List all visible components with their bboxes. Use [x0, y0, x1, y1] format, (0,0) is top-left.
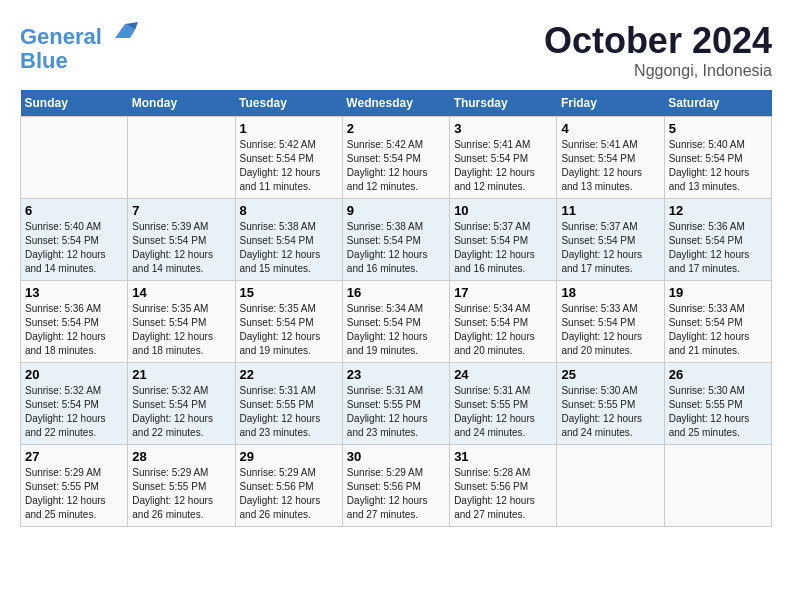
day-number: 27 [25, 449, 123, 464]
week-row-4: 20Sunrise: 5:32 AM Sunset: 5:54 PM Dayli… [21, 363, 772, 445]
day-number: 1 [240, 121, 338, 136]
page-header: General Blue October 2024 Nggongi, Indon… [20, 20, 772, 80]
day-number: 6 [25, 203, 123, 218]
week-row-2: 6Sunrise: 5:40 AM Sunset: 5:54 PM Daylig… [21, 199, 772, 281]
table-cell: 8Sunrise: 5:38 AM Sunset: 5:54 PM Daylig… [235, 199, 342, 281]
day-info: Sunrise: 5:29 AM Sunset: 5:56 PM Dayligh… [240, 466, 338, 522]
week-row-5: 27Sunrise: 5:29 AM Sunset: 5:55 PM Dayli… [21, 445, 772, 527]
table-cell [128, 117, 235, 199]
table-cell: 22Sunrise: 5:31 AM Sunset: 5:55 PM Dayli… [235, 363, 342, 445]
day-number: 22 [240, 367, 338, 382]
day-number: 26 [669, 367, 767, 382]
day-info: Sunrise: 5:29 AM Sunset: 5:55 PM Dayligh… [25, 466, 123, 522]
table-cell: 7Sunrise: 5:39 AM Sunset: 5:54 PM Daylig… [128, 199, 235, 281]
table-cell: 9Sunrise: 5:38 AM Sunset: 5:54 PM Daylig… [342, 199, 449, 281]
day-info: Sunrise: 5:33 AM Sunset: 5:54 PM Dayligh… [561, 302, 659, 358]
day-info: Sunrise: 5:31 AM Sunset: 5:55 PM Dayligh… [347, 384, 445, 440]
day-info: Sunrise: 5:37 AM Sunset: 5:54 PM Dayligh… [454, 220, 552, 276]
day-number: 16 [347, 285, 445, 300]
header-friday: Friday [557, 90, 664, 117]
title-section: October 2024 Nggongi, Indonesia [544, 20, 772, 80]
day-info: Sunrise: 5:42 AM Sunset: 5:54 PM Dayligh… [240, 138, 338, 194]
day-number: 17 [454, 285, 552, 300]
day-number: 13 [25, 285, 123, 300]
day-number: 25 [561, 367, 659, 382]
day-number: 12 [669, 203, 767, 218]
table-cell [664, 445, 771, 527]
day-info: Sunrise: 5:36 AM Sunset: 5:54 PM Dayligh… [25, 302, 123, 358]
day-number: 18 [561, 285, 659, 300]
table-cell: 27Sunrise: 5:29 AM Sunset: 5:55 PM Dayli… [21, 445, 128, 527]
day-number: 24 [454, 367, 552, 382]
day-number: 3 [454, 121, 552, 136]
table-cell: 26Sunrise: 5:30 AM Sunset: 5:55 PM Dayli… [664, 363, 771, 445]
day-number: 19 [669, 285, 767, 300]
day-number: 8 [240, 203, 338, 218]
table-cell: 16Sunrise: 5:34 AM Sunset: 5:54 PM Dayli… [342, 281, 449, 363]
table-cell: 2Sunrise: 5:42 AM Sunset: 5:54 PM Daylig… [342, 117, 449, 199]
day-info: Sunrise: 5:32 AM Sunset: 5:54 PM Dayligh… [132, 384, 230, 440]
month-title: October 2024 [544, 20, 772, 62]
day-info: Sunrise: 5:35 AM Sunset: 5:54 PM Dayligh… [240, 302, 338, 358]
day-number: 5 [669, 121, 767, 136]
day-number: 20 [25, 367, 123, 382]
day-number: 10 [454, 203, 552, 218]
day-number: 28 [132, 449, 230, 464]
day-info: Sunrise: 5:35 AM Sunset: 5:54 PM Dayligh… [132, 302, 230, 358]
day-number: 9 [347, 203, 445, 218]
day-info: Sunrise: 5:38 AM Sunset: 5:54 PM Dayligh… [347, 220, 445, 276]
day-info: Sunrise: 5:40 AM Sunset: 5:54 PM Dayligh… [25, 220, 123, 276]
day-info: Sunrise: 5:40 AM Sunset: 5:54 PM Dayligh… [669, 138, 767, 194]
table-cell: 14Sunrise: 5:35 AM Sunset: 5:54 PM Dayli… [128, 281, 235, 363]
day-info: Sunrise: 5:32 AM Sunset: 5:54 PM Dayligh… [25, 384, 123, 440]
header-tuesday: Tuesday [235, 90, 342, 117]
day-info: Sunrise: 5:33 AM Sunset: 5:54 PM Dayligh… [669, 302, 767, 358]
day-info: Sunrise: 5:30 AM Sunset: 5:55 PM Dayligh… [561, 384, 659, 440]
table-cell: 30Sunrise: 5:29 AM Sunset: 5:56 PM Dayli… [342, 445, 449, 527]
day-number: 30 [347, 449, 445, 464]
week-row-1: 1Sunrise: 5:42 AM Sunset: 5:54 PM Daylig… [21, 117, 772, 199]
table-cell: 12Sunrise: 5:36 AM Sunset: 5:54 PM Dayli… [664, 199, 771, 281]
table-cell: 18Sunrise: 5:33 AM Sunset: 5:54 PM Dayli… [557, 281, 664, 363]
day-number: 21 [132, 367, 230, 382]
day-number: 29 [240, 449, 338, 464]
day-info: Sunrise: 5:41 AM Sunset: 5:54 PM Dayligh… [454, 138, 552, 194]
location-subtitle: Nggongi, Indonesia [544, 62, 772, 80]
day-number: 15 [240, 285, 338, 300]
table-cell: 13Sunrise: 5:36 AM Sunset: 5:54 PM Dayli… [21, 281, 128, 363]
day-info: Sunrise: 5:39 AM Sunset: 5:54 PM Dayligh… [132, 220, 230, 276]
header-wednesday: Wednesday [342, 90, 449, 117]
day-info: Sunrise: 5:34 AM Sunset: 5:54 PM Dayligh… [454, 302, 552, 358]
day-info: Sunrise: 5:30 AM Sunset: 5:55 PM Dayligh… [669, 384, 767, 440]
table-cell: 11Sunrise: 5:37 AM Sunset: 5:54 PM Dayli… [557, 199, 664, 281]
week-row-3: 13Sunrise: 5:36 AM Sunset: 5:54 PM Dayli… [21, 281, 772, 363]
day-info: Sunrise: 5:36 AM Sunset: 5:54 PM Dayligh… [669, 220, 767, 276]
table-cell [21, 117, 128, 199]
table-cell: 29Sunrise: 5:29 AM Sunset: 5:56 PM Dayli… [235, 445, 342, 527]
day-number: 23 [347, 367, 445, 382]
day-info: Sunrise: 5:29 AM Sunset: 5:56 PM Dayligh… [347, 466, 445, 522]
header-saturday: Saturday [664, 90, 771, 117]
table-cell: 23Sunrise: 5:31 AM Sunset: 5:55 PM Dayli… [342, 363, 449, 445]
table-cell: 24Sunrise: 5:31 AM Sunset: 5:55 PM Dayli… [450, 363, 557, 445]
day-number: 31 [454, 449, 552, 464]
table-cell [557, 445, 664, 527]
day-info: Sunrise: 5:41 AM Sunset: 5:54 PM Dayligh… [561, 138, 659, 194]
day-number: 14 [132, 285, 230, 300]
table-cell: 28Sunrise: 5:29 AM Sunset: 5:55 PM Dayli… [128, 445, 235, 527]
day-number: 2 [347, 121, 445, 136]
day-info: Sunrise: 5:38 AM Sunset: 5:54 PM Dayligh… [240, 220, 338, 276]
table-cell: 6Sunrise: 5:40 AM Sunset: 5:54 PM Daylig… [21, 199, 128, 281]
header-thursday: Thursday [450, 90, 557, 117]
table-cell: 1Sunrise: 5:42 AM Sunset: 5:54 PM Daylig… [235, 117, 342, 199]
table-cell: 10Sunrise: 5:37 AM Sunset: 5:54 PM Dayli… [450, 199, 557, 281]
table-cell: 25Sunrise: 5:30 AM Sunset: 5:55 PM Dayli… [557, 363, 664, 445]
calendar-table: SundayMondayTuesdayWednesdayThursdayFrid… [20, 90, 772, 527]
table-cell: 5Sunrise: 5:40 AM Sunset: 5:54 PM Daylig… [664, 117, 771, 199]
day-info: Sunrise: 5:31 AM Sunset: 5:55 PM Dayligh… [454, 384, 552, 440]
table-cell: 20Sunrise: 5:32 AM Sunset: 5:54 PM Dayli… [21, 363, 128, 445]
day-info: Sunrise: 5:29 AM Sunset: 5:55 PM Dayligh… [132, 466, 230, 522]
table-cell: 31Sunrise: 5:28 AM Sunset: 5:56 PM Dayli… [450, 445, 557, 527]
table-cell: 17Sunrise: 5:34 AM Sunset: 5:54 PM Dayli… [450, 281, 557, 363]
day-number: 7 [132, 203, 230, 218]
